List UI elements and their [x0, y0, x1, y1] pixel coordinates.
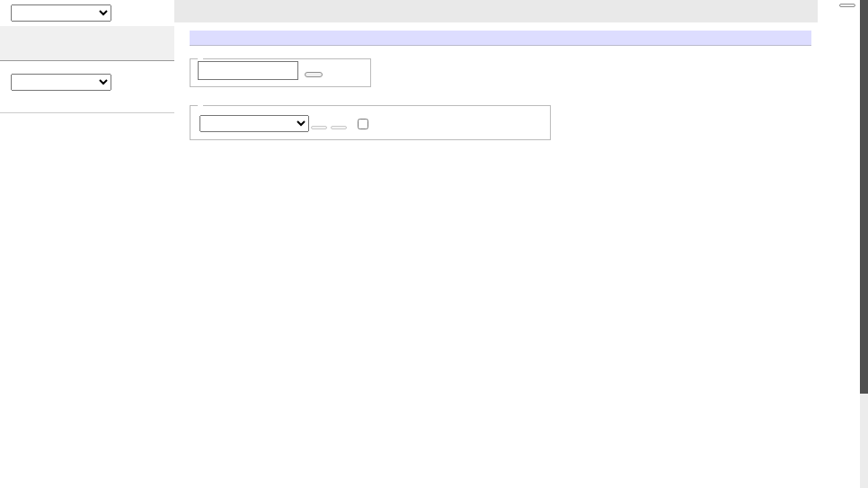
- overwrite-checkbox[interactable]: [358, 119, 368, 129]
- search-button[interactable]: [305, 72, 323, 77]
- sidebar-table-links: [0, 103, 174, 113]
- search-fieldset: [190, 58, 371, 87]
- language-select[interactable]: [11, 4, 111, 22]
- scrollbar-thumb[interactable]: [860, 0, 868, 394]
- db-select[interactable]: [11, 74, 111, 91]
- move-row: [198, 115, 543, 132]
- move-db-select[interactable]: [199, 115, 309, 132]
- vertical-scrollbar[interactable]: [860, 0, 868, 488]
- sidebar: [0, 26, 174, 113]
- breadcrumb: [174, 0, 818, 22]
- app-header: [0, 26, 174, 61]
- language-bar: [7, 4, 111, 22]
- selected-fieldset: [190, 105, 551, 140]
- copy-button[interactable]: [331, 126, 347, 129]
- db-selector-row: [7, 74, 167, 91]
- move-button[interactable]: [311, 126, 327, 129]
- main-content: [190, 31, 811, 152]
- logout-button[interactable]: [839, 4, 855, 7]
- page-title: [190, 31, 811, 46]
- search-input[interactable]: [198, 61, 298, 80]
